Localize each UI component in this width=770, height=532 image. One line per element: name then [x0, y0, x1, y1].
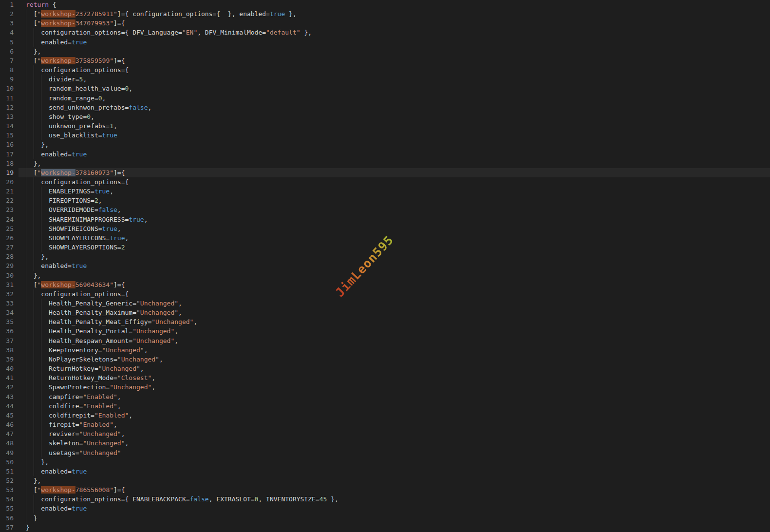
- code-line[interactable]: Health_Respawn_Amount="Unchanged",: [19, 336, 770, 345]
- line-number[interactable]: 18: [0, 159, 19, 168]
- code-line[interactable]: SHOWFIREICONS=true,: [19, 224, 770, 233]
- code-line[interactable]: SHAREMINIMAPPROGRESS=true,: [19, 215, 770, 224]
- line-number[interactable]: 44: [0, 401, 19, 411]
- line-number[interactable]: 15: [0, 131, 19, 140]
- code-line[interactable]: reviver="Unchanged",: [19, 429, 770, 438]
- line-number[interactable]: 52: [0, 476, 19, 485]
- code-line[interactable]: ReturnHotkey="Unchanged",: [19, 364, 770, 373]
- code-line[interactable]: send_unknwon_prefabs=false,: [19, 103, 770, 112]
- line-number[interactable]: 33: [0, 299, 19, 308]
- line-number[interactable]: 5: [0, 38, 19, 47]
- code-line[interactable]: configuration_options={: [19, 65, 770, 75]
- line-number[interactable]: 27: [0, 243, 19, 252]
- line-number[interactable]: 51: [0, 467, 19, 476]
- code-line[interactable]: random_health_value=0,: [19, 84, 770, 93]
- code-line[interactable]: ["workshop-569043634"]={: [19, 280, 770, 289]
- line-number[interactable]: 1: [0, 0, 19, 9]
- code-line[interactable]: },: [19, 159, 770, 168]
- code-line[interactable]: },: [19, 47, 770, 56]
- line-number[interactable]: 9: [0, 75, 19, 84]
- line-number[interactable]: 31: [0, 280, 19, 289]
- line-number[interactable]: 29: [0, 261, 19, 270]
- code-line[interactable]: },: [19, 140, 770, 149]
- line-number[interactable]: 7: [0, 56, 19, 65]
- line-number[interactable]: 25: [0, 224, 19, 233]
- line-number[interactable]: 49: [0, 448, 19, 457]
- line-number[interactable]: 23: [0, 205, 19, 214]
- line-number[interactable]: 56: [0, 513, 19, 523]
- code-line[interactable]: skeleton="Unchanged",: [19, 438, 770, 448]
- line-number[interactable]: 46: [0, 420, 19, 429]
- code-line[interactable]: enabled=true: [19, 261, 770, 270]
- code-line[interactable]: coldfirepit="Enabled",: [19, 411, 770, 420]
- line-number[interactable]: 34: [0, 308, 19, 317]
- line-number[interactable]: 35: [0, 317, 19, 326]
- code-line[interactable]: use_blacklist=true: [19, 131, 770, 140]
- code-line[interactable]: firepit="Enabled",: [19, 420, 770, 429]
- code-line[interactable]: Health_Penalty_Meat_Effigy="Unchanged",: [19, 317, 770, 326]
- code-line[interactable]: ["workshop-347079953"]={: [19, 19, 770, 28]
- line-number[interactable]: 14: [0, 121, 19, 131]
- line-number[interactable]: 54: [0, 494, 19, 504]
- line-number[interactable]: 16: [0, 140, 19, 149]
- line-number[interactable]: 42: [0, 382, 19, 392]
- line-number[interactable]: 37: [0, 336, 19, 345]
- line-number[interactable]: 55: [0, 504, 19, 513]
- line-number[interactable]: 53: [0, 485, 19, 494]
- line-number[interactable]: 38: [0, 345, 19, 355]
- code-line[interactable]: FIREOPTIONS=2,: [19, 196, 770, 205]
- code-line[interactable]: Health_Penalty_Maximum="Unchanged",: [19, 308, 770, 317]
- code-line[interactable]: divider=5,: [19, 75, 770, 84]
- code-line[interactable]: configuration_options={ ENABLEBACKPACK=f…: [19, 494, 770, 504]
- line-number[interactable]: 3: [0, 19, 19, 28]
- code-line[interactable]: ENABLEPINGS=true,: [19, 187, 770, 196]
- code-line[interactable]: },: [19, 271, 770, 280]
- line-number[interactable]: 13: [0, 112, 19, 121]
- code-line[interactable]: }: [19, 513, 770, 523]
- code-line[interactable]: NoPlayerSkeletons="Unchanged",: [19, 355, 770, 364]
- line-number[interactable]: 10: [0, 84, 19, 93]
- code-line[interactable]: coldfire="Enabled",: [19, 401, 770, 411]
- code-line[interactable]: ["workshop-375859599"]={: [19, 56, 770, 65]
- line-number[interactable]: 19: [0, 168, 19, 177]
- line-number[interactable]: 2: [0, 9, 19, 19]
- line-number[interactable]: 48: [0, 438, 19, 448]
- code-line[interactable]: },: [19, 476, 770, 485]
- code-line[interactable]: Health_Penalty_Portal="Unchanged",: [19, 326, 770, 336]
- line-number[interactable]: 11: [0, 94, 19, 103]
- code-line[interactable]: ReturnHotkey_Mode="Closest",: [19, 373, 770, 382]
- code-line[interactable]: configuration_options={: [19, 289, 770, 299]
- code-line[interactable]: enabled=true: [19, 467, 770, 476]
- line-number[interactable]: 40: [0, 364, 19, 373]
- code-line[interactable]: campfire="Enabled",: [19, 392, 770, 401]
- line-number[interactable]: 17: [0, 150, 19, 159]
- code-line[interactable]: KeepInventory="Unchanged",: [19, 345, 770, 355]
- code-line[interactable]: },: [19, 457, 770, 467]
- code-line[interactable]: enabled=true: [19, 150, 770, 159]
- code-line[interactable]: }: [19, 523, 770, 532]
- code-line[interactable]: SpawnProtection="Unchanged",: [19, 382, 770, 392]
- line-number[interactable]: 4: [0, 28, 19, 37]
- code-line[interactable]: Health_Penalty_Generic="Unchanged",: [19, 299, 770, 308]
- code-line[interactable]: ["workshop-2372785911"]={ configuration_…: [19, 9, 770, 19]
- line-number[interactable]: 26: [0, 233, 19, 243]
- line-number[interactable]: 21: [0, 187, 19, 196]
- code-line[interactable]: ["workshop-378160973"]={: [19, 168, 770, 177]
- line-number[interactable]: 6: [0, 47, 19, 56]
- code-line[interactable]: show_type=0,: [19, 112, 770, 121]
- line-number[interactable]: 22: [0, 196, 19, 205]
- line-number[interactable]: 8: [0, 65, 19, 75]
- code-line[interactable]: configuration_options={ DFV_Language="EN…: [19, 28, 770, 37]
- line-number[interactable]: 57: [0, 523, 19, 532]
- code-line[interactable]: SHOWPLAYERSOPTIONS=2: [19, 243, 770, 252]
- code-line[interactable]: ["workshop-786556008"]={: [19, 485, 770, 494]
- code-line[interactable]: enabled=true: [19, 504, 770, 513]
- line-number[interactable]: 43: [0, 392, 19, 401]
- line-number[interactable]: 45: [0, 411, 19, 420]
- code-line[interactable]: },: [19, 252, 770, 261]
- code-line[interactable]: configuration_options={: [19, 177, 770, 187]
- line-number[interactable]: 28: [0, 252, 19, 261]
- line-number[interactable]: 24: [0, 215, 19, 224]
- line-number[interactable]: 32: [0, 289, 19, 299]
- line-number[interactable]: 50: [0, 457, 19, 467]
